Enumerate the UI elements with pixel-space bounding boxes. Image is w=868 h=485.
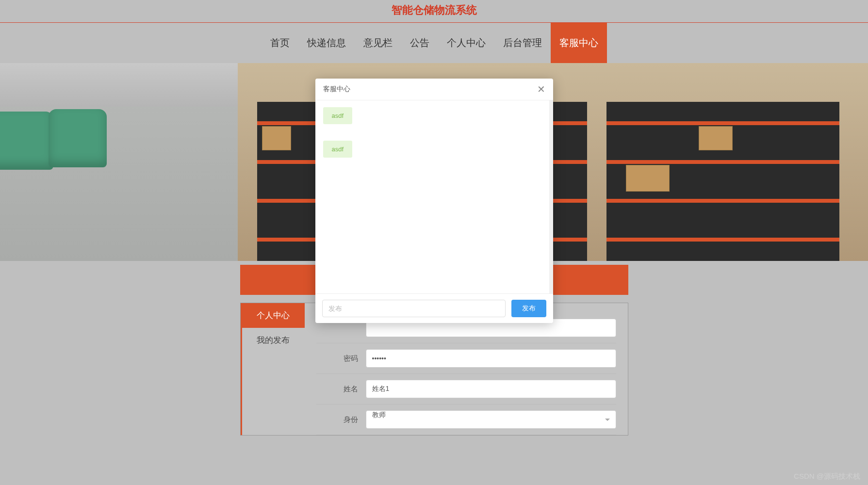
close-icon[interactable]: ✕ — [537, 84, 545, 94]
chat-body: asdf asdf — [315, 100, 553, 293]
scrollbar[interactable] — [549, 100, 553, 293]
chat-modal: 客服中心 ✕ asdf asdf 发布 — [315, 79, 553, 323]
modal-overlay: 客服中心 ✕ asdf asdf 发布 — [0, 0, 868, 485]
chat-message: asdf — [323, 141, 353, 158]
modal-title: 客服中心 — [323, 85, 350, 94]
watermark: CSDN @源码技术栈 — [794, 472, 860, 481]
chat-input[interactable] — [322, 300, 506, 317]
send-button[interactable]: 发布 — [511, 300, 546, 317]
chat-message: asdf — [323, 107, 353, 124]
